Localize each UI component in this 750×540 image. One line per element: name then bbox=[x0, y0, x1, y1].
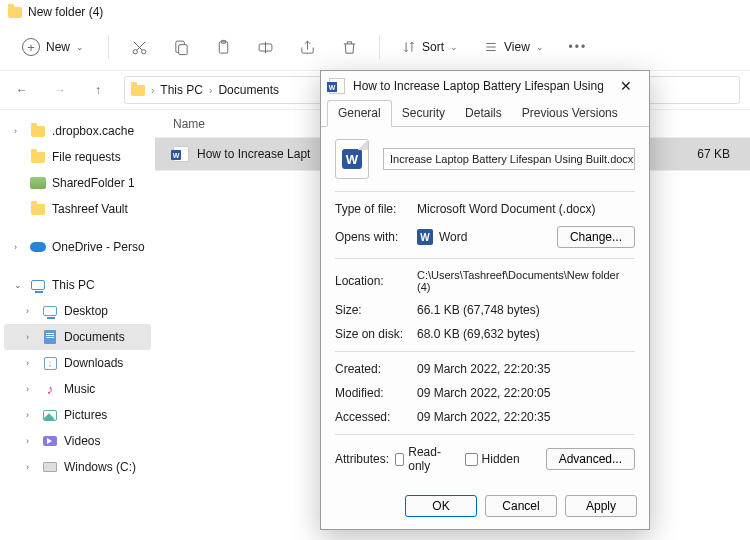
word-app-icon: W bbox=[417, 229, 433, 245]
readonly-label: Read-only bbox=[408, 445, 444, 473]
chevron-right-icon: › bbox=[26, 436, 36, 446]
sidebar-item-windows-c[interactable]: ›Windows (C:) bbox=[4, 454, 151, 480]
dialog-footer: OK Cancel Apply bbox=[321, 485, 649, 529]
desktop-icon bbox=[43, 306, 57, 316]
value-opens-with: Word bbox=[439, 230, 467, 244]
sidebar-item-label: This PC bbox=[52, 278, 95, 292]
sidebar-item-label: Music bbox=[64, 382, 95, 396]
videos-icon bbox=[43, 436, 57, 446]
shared-folder-icon bbox=[30, 177, 46, 189]
value-modified: 09 March 2022, 22:20:05 bbox=[417, 386, 635, 400]
close-button[interactable]: ✕ bbox=[611, 74, 641, 98]
plus-icon: + bbox=[22, 38, 40, 56]
ok-button[interactable]: OK bbox=[405, 495, 477, 517]
folder-icon bbox=[31, 204, 45, 215]
more-button[interactable]: ••• bbox=[562, 31, 594, 63]
tab-security[interactable]: Security bbox=[392, 101, 455, 126]
hidden-label: Hidden bbox=[482, 452, 520, 466]
separator bbox=[379, 35, 380, 59]
sidebar-item-this-pc[interactable]: ⌄This PC bbox=[4, 272, 151, 298]
word-icon: W bbox=[335, 139, 369, 179]
folder-icon bbox=[31, 126, 45, 137]
new-button[interactable]: + New ⌄ bbox=[12, 34, 94, 60]
apply-button[interactable]: Apply bbox=[565, 495, 637, 517]
drive-icon bbox=[43, 462, 57, 472]
sidebar-item-label: Pictures bbox=[64, 408, 107, 422]
breadcrumb-seg[interactable]: Documents bbox=[218, 83, 279, 97]
value-created: 09 March 2022, 22:20:35 bbox=[417, 362, 635, 376]
sidebar-item-videos[interactable]: ›Videos bbox=[4, 428, 151, 454]
word-file-icon bbox=[173, 146, 189, 162]
label-created: Created: bbox=[335, 362, 417, 376]
paste-button[interactable] bbox=[207, 31, 239, 63]
chevron-right-icon: › bbox=[26, 384, 36, 394]
label-location: Location: bbox=[335, 274, 417, 288]
chevron-right-icon: › bbox=[14, 126, 24, 136]
value-location: C:\Users\Tashreef\Documents\New folder (… bbox=[417, 269, 635, 293]
checkbox-icon bbox=[395, 453, 404, 466]
value-accessed: 09 March 2022, 22:20:35 bbox=[417, 410, 635, 424]
forward-button[interactable]: → bbox=[48, 78, 72, 102]
dialog-tabs: General Security Details Previous Versio… bbox=[321, 101, 649, 127]
cancel-button[interactable]: Cancel bbox=[485, 495, 557, 517]
readonly-checkbox[interactable]: Read-only bbox=[395, 445, 445, 473]
share-button[interactable] bbox=[291, 31, 323, 63]
sidebar-item-vault[interactable]: Tashreef Vault bbox=[4, 196, 151, 222]
view-icon bbox=[484, 40, 498, 54]
hidden-checkbox[interactable]: Hidden bbox=[465, 452, 520, 466]
up-button[interactable]: ↑ bbox=[86, 78, 110, 102]
sidebar-item-pictures[interactable]: ›Pictures bbox=[4, 402, 151, 428]
checkbox-icon bbox=[465, 453, 478, 466]
view-button[interactable]: View ⌄ bbox=[476, 36, 552, 58]
chevron-right-icon: › bbox=[26, 462, 36, 472]
advanced-button[interactable]: Advanced... bbox=[546, 448, 635, 470]
sidebar-item-dropbox-cache[interactable]: ›.dropbox.cache bbox=[4, 118, 151, 144]
sidebar-item-downloads[interactable]: ›↓Downloads bbox=[4, 350, 151, 376]
sidebar-item-desktop[interactable]: ›Desktop bbox=[4, 298, 151, 324]
sidebar-item-label: Tashreef Vault bbox=[52, 202, 128, 216]
tab-previous-versions[interactable]: Previous Versions bbox=[512, 101, 628, 126]
file-name: How to Increase Lapt bbox=[197, 147, 310, 161]
sort-icon bbox=[402, 40, 416, 54]
dialog-titlebar: How to Increase Laptop Battery Lifespan … bbox=[321, 71, 649, 101]
back-button[interactable]: ← bbox=[10, 78, 34, 102]
chevron-down-icon: ⌄ bbox=[536, 42, 544, 52]
sidebar-item-label: Desktop bbox=[64, 304, 108, 318]
label-modified: Modified: bbox=[335, 386, 417, 400]
chevron-right-icon: › bbox=[26, 332, 36, 342]
sidebar-item-documents[interactable]: ›Documents bbox=[4, 324, 151, 350]
sidebar-item-label: Videos bbox=[64, 434, 100, 448]
value-size-on-disk: 68.0 KB (69,632 bytes) bbox=[417, 327, 635, 341]
label-accessed: Accessed: bbox=[335, 410, 417, 424]
pictures-icon bbox=[43, 410, 57, 421]
tab-details[interactable]: Details bbox=[455, 101, 512, 126]
window-titlebar: New folder (4) bbox=[0, 0, 750, 24]
sidebar-item-label: OneDrive - Perso bbox=[52, 240, 145, 254]
sidebar-item-onedrive[interactable]: ›OneDrive - Perso bbox=[4, 234, 151, 260]
label-attributes: Attributes: bbox=[335, 452, 395, 466]
change-button[interactable]: Change... bbox=[557, 226, 635, 248]
sidebar-item-label: Windows (C:) bbox=[64, 460, 136, 474]
breadcrumb-seg[interactable]: This PC bbox=[160, 83, 203, 97]
chevron-right-icon: › bbox=[209, 85, 212, 96]
sidebar-item-file-requests[interactable]: File requests bbox=[4, 144, 151, 170]
sidebar-item-music[interactable]: ›♪Music bbox=[4, 376, 151, 402]
sidebar-item-label: Downloads bbox=[64, 356, 123, 370]
folder-icon bbox=[31, 152, 45, 163]
rename-button[interactable] bbox=[249, 31, 281, 63]
filename-input[interactable]: Increase Laptop Battery Lifespan Using B… bbox=[383, 148, 635, 170]
sort-button[interactable]: Sort ⌄ bbox=[394, 36, 466, 58]
sidebar: ›.dropbox.cache File requests SharedFold… bbox=[0, 110, 155, 540]
sidebar-item-shared-folder[interactable]: SharedFolder 1 bbox=[4, 170, 151, 196]
folder-icon bbox=[131, 85, 145, 96]
copy-button[interactable] bbox=[165, 31, 197, 63]
delete-button[interactable] bbox=[333, 31, 365, 63]
chevron-down-icon: ⌄ bbox=[14, 280, 24, 290]
documents-icon bbox=[44, 330, 56, 344]
chevron-down-icon: ⌄ bbox=[450, 42, 458, 52]
cut-button[interactable] bbox=[123, 31, 155, 63]
chevron-right-icon: › bbox=[14, 242, 24, 252]
tab-general[interactable]: General bbox=[327, 100, 392, 127]
window-title: New folder (4) bbox=[28, 5, 103, 19]
chevron-right-icon: › bbox=[26, 410, 36, 420]
